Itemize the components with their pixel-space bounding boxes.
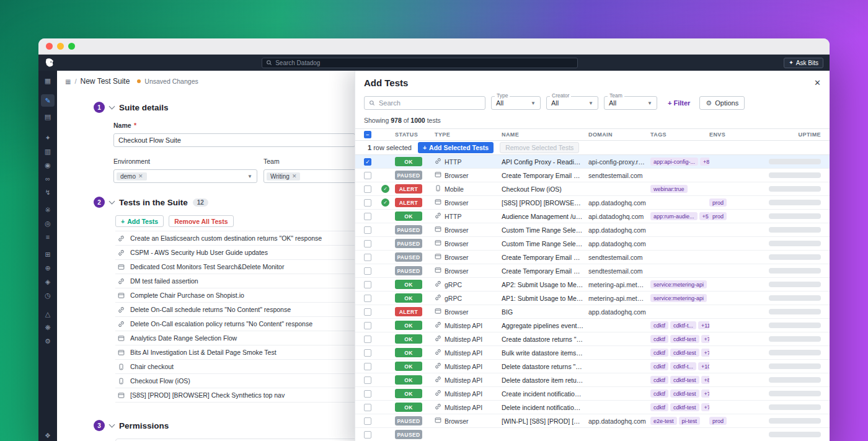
table-row[interactable]: OK Multistep API Bulk write datastore it… [355,346,830,360]
chevron-down-icon[interactable] [109,198,115,204]
close-icon[interactable]: ✕ [814,78,821,87]
apps-grid-icon[interactable]: ▦ [41,74,55,87]
logs-icon[interactable]: ≡ [41,231,55,243]
table-row[interactable]: PAUSED Browser Create Temporary Email an… [355,169,830,182]
table-row[interactable]: OK HTTP Audience Management /users/F... … [355,210,830,223]
row-checkbox[interactable] [364,213,371,220]
table-row[interactable]: ✓ ALERT Browser [S8S] [PROD] [BROWSER] C… [355,196,830,210]
table-row[interactable]: PAUSED Browser Custom Time Range Selecti… [355,223,830,237]
add-selected-tests-button[interactable]: + Add Selected Tests [418,142,494,153]
row-checkbox[interactable] [364,226,371,234]
paw-icon[interactable]: ❖ [41,429,55,441]
row-checkbox[interactable]: ✓ [364,158,371,166]
incidents-icon[interactable]: ❋ [41,321,55,334]
watchdog-icon[interactable]: ✦ [41,131,55,144]
panel-search-input[interactable] [379,99,480,107]
remove-all-tests-button[interactable]: Remove All Tests [169,215,233,227]
datadog-logo-icon[interactable] [45,58,56,67]
add-filter-button[interactable]: + Filter [668,99,690,107]
row-checkbox[interactable] [364,185,371,193]
select-all-checkbox[interactable]: – [364,131,371,138]
panel-search[interactable] [364,96,485,110]
metrics-icon[interactable]: ▥ [41,145,55,158]
test-type: Browser [435,239,502,247]
suite-name-input[interactable] [113,133,355,147]
added-check-icon [381,267,389,275]
team-filter-select[interactable]: Team All ▼ [604,96,657,110]
row-checkbox[interactable] [364,199,371,207]
chevron-down-icon[interactable] [109,421,115,427]
table-row[interactable]: ✓ ALERT Mobile Checkout Flow (iOS) webin… [355,182,830,196]
test-type: HTTP [435,158,502,166]
row-checkbox[interactable] [364,267,371,275]
chevron-down-icon[interactable] [109,103,115,109]
ci-icon[interactable]: ⊞ [41,248,55,261]
table-row[interactable]: PAUSED Browser Custom Time Range Selecti… [355,237,830,251]
uptime-bar [769,200,821,205]
row-checkbox[interactable] [364,254,371,261]
services-icon[interactable]: ※ [41,203,55,216]
close-window-button[interactable] [46,43,53,50]
table-row[interactable]: ALERT Browser BIG app.datadoghq.com [355,305,830,319]
row-checkbox[interactable] [364,404,371,411]
table-row[interactable]: OK gRPC AP1: Submit Usage to Metering ..… [355,292,830,305]
minimize-window-button[interactable] [57,43,64,50]
zoom-window-button[interactable] [68,43,75,50]
integrations-icon[interactable]: ⊕ [41,262,55,274]
synthetics-icon[interactable]: ◷ [41,289,55,301]
table-row[interactable]: PAUSED [355,428,830,441]
bolt-icon[interactable]: ↯ [41,186,55,198]
remove-tag-icon[interactable]: ✕ [138,173,143,179]
notebook-icon[interactable]: ▤ [41,110,55,123]
row-checkbox[interactable] [364,336,371,343]
ask-bits-button[interactable]: ✦ Ask Bits [784,58,823,68]
added-check-icon [381,212,389,220]
options-button[interactable]: ⚙ Options [699,96,745,110]
table-row[interactable]: OK Multistep API Create datastore return… [355,332,830,346]
added-check-icon [381,280,389,288]
add-tests-button[interactable]: + Add Tests [115,215,164,227]
apm-icon[interactable]: ∞ [41,172,55,185]
table-row[interactable]: OK gRPC AP2: Submit Usage to Metering ..… [355,278,830,292]
test-tags: cdktfcdktf-t...+10 [650,362,709,370]
row-checkbox[interactable] [364,308,371,316]
row-checkbox[interactable] [364,322,371,329]
security-icon[interactable]: ◈ [41,275,55,288]
monitors-icon[interactable]: △ [41,308,55,320]
row-checkbox[interactable] [364,295,371,302]
row-checkbox[interactable] [364,417,371,425]
row-checkbox[interactable] [364,281,371,288]
remove-selected-tests-button[interactable]: Remove Selected Tests [500,142,579,153]
row-checkbox[interactable] [364,172,371,179]
row-checkbox[interactable] [364,390,371,398]
remove-tag-icon[interactable]: ✕ [292,173,297,179]
creator-filter-select[interactable]: Creator All ▼ [546,96,598,110]
table-row[interactable]: OK Multistep API Aggregate pipelines eve… [355,319,830,332]
env-pill: prod [709,417,727,425]
table-row[interactable]: PAUSED Browser [WIN-PL] [S8S] [PROD] [BR… [355,414,830,428]
tag-pill: cdktf-test [670,335,699,343]
row-checkbox[interactable] [364,431,371,439]
type-filter-select[interactable]: Type All ▼ [491,96,541,110]
table-row[interactable]: ✓ OK HTTP API Config Proxy - Readiness C… [355,155,830,169]
panel-filter-bar: Type All ▼ Creator All ▼ Team All ▼ [355,94,830,110]
table-row[interactable]: PAUSED Browser Create Temporary Email an… [355,251,830,264]
dashboards-icon[interactable]: ◉ [41,159,55,171]
test-name: API Config Proxy - Readiness Ch... [502,158,588,166]
global-search[interactable] [262,58,578,68]
table-row[interactable]: OK Multistep API Delete datastore item r… [355,373,830,387]
rum-icon[interactable]: ◎ [41,217,55,229]
row-checkbox[interactable] [364,240,371,247]
row-checkbox[interactable] [364,349,371,357]
settings-icon[interactable]: ⚙ [41,335,55,347]
table-row[interactable]: OK Multistep API Delete incident notific… [355,401,830,414]
table-row[interactable]: OK Multistep API Create incident notific… [355,387,830,401]
status-badge: ALERT [395,307,422,316]
edit-icon[interactable]: ✎ [41,94,55,107]
table-row[interactable]: OK Multistep API Delete datastore return… [355,360,830,373]
environment-select[interactable]: demo ✕ ▼ [113,169,257,183]
row-checkbox[interactable] [364,363,371,370]
global-search-input[interactable] [275,60,574,66]
row-checkbox[interactable] [364,376,371,384]
table-row[interactable]: PAUSED Browser Create Temporary Email an… [355,264,830,278]
